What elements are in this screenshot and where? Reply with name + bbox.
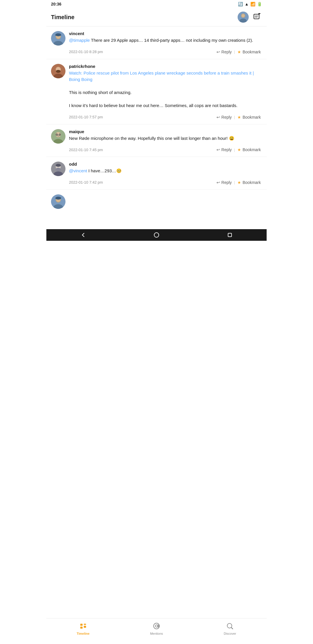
timestamp-patrickrhone: 2022-01-10 7:57 pm (69, 115, 103, 119)
username-patrickrhone[interactable]: patrickrhone (69, 64, 262, 69)
user-avatar[interactable] (238, 12, 249, 23)
page-title: Timeline (51, 14, 74, 21)
post-odd: odd @vincent I have…293…🥺 2022-01-10 7:4… (46, 157, 267, 190)
post-actions-maique: ↩ Reply | ★ Bookmark (215, 147, 262, 153)
username-vincent[interactable]: vincent (69, 31, 262, 36)
post-patrickrhone: patrickrhone Watch: Police rescue pilot … (46, 59, 267, 124)
svg-point-3 (242, 14, 245, 17)
post-maique: maique New Røde microphone on the way. H… (46, 124, 267, 157)
status-bar: 20:36 🔄 ▲ 📶 🔋 (46, 0, 267, 8)
sync-icon: 🔄 (238, 2, 243, 6)
post-text-vincent: @timapple There are 29 Apple apps… 14 th… (69, 37, 262, 44)
avatar-partial (51, 194, 65, 209)
avatar-patrickrhone[interactable] (51, 64, 65, 78)
post-body-vincent: vincent @timapple There are 29 Apple app… (69, 31, 262, 59)
bookmark-star-vincent: ★ (237, 50, 241, 54)
bookmark-button-odd[interactable]: ★ Bookmark (236, 180, 262, 185)
signal-icon: 📶 (250, 2, 255, 6)
bookmark-button-maique[interactable]: ★ Bookmark (236, 147, 262, 153)
svg-rect-4 (254, 14, 259, 19)
svg-rect-14 (55, 35, 61, 36)
post-link-patrickrhone[interactable]: Watch: Police rescue pilot from Los Ange… (69, 70, 254, 82)
post-meta-maique: 2022-01-10 7:45 pm ↩ Reply | ★ Bookmark (69, 144, 262, 157)
bookmark-star-patrickrhone: ★ (237, 115, 241, 120)
post-actions-odd: ↩ Reply | ★ Bookmark (215, 180, 262, 185)
back-button[interactable] (80, 231, 87, 238)
post-actions-patrickrhone: ↩ Reply | ★ Bookmark (215, 114, 262, 120)
post-vincent: vincent @timapple There are 29 Apple app… (46, 26, 267, 59)
mention-timapple[interactable]: @timapple (69, 38, 90, 43)
status-time: 20:36 (51, 2, 61, 6)
bookmark-button-patrickrhone[interactable]: ★ Bookmark (236, 114, 262, 120)
timestamp-vincent: 2022-01-10 8:28 pm (69, 50, 103, 54)
status-icons: 🔄 ▲ 📶 🔋 (238, 2, 262, 6)
home-button[interactable] (153, 231, 160, 238)
header-actions (238, 12, 262, 23)
timestamp-maique: 2022-01-10 7:45 pm (69, 148, 103, 152)
svg-point-33 (56, 164, 61, 167)
header: Timeline (46, 8, 267, 26)
avatar-vincent[interactable] (51, 31, 65, 46)
post-text-odd: @vincent I have…293…🥺 (69, 168, 262, 174)
post-meta-vincent: 2022-01-10 8:28 pm ↩ Reply | ★ Bookmark (69, 46, 262, 59)
bookmark-star-maique: ★ (237, 147, 241, 152)
post-body-patrickrhone: patrickrhone Watch: Police rescue pilot … (69, 64, 262, 124)
reply-button-patrickrhone[interactable]: ↩ Reply (215, 114, 233, 120)
post-actions-vincent: ↩ Reply | ★ Bookmark (215, 49, 262, 55)
recent-button[interactable] (226, 231, 233, 238)
post-meta-odd: 2022-01-10 7:42 pm ↩ Reply | ★ Bookmark (69, 177, 262, 189)
avatar-odd[interactable] (51, 162, 65, 176)
avatar-maique[interactable] (51, 129, 65, 144)
mention-vincent[interactable]: @vincent (69, 168, 87, 173)
post-meta-patrickrhone: 2022-01-10 7:57 pm ↩ Reply | ★ Bookmark (69, 111, 262, 124)
username-odd[interactable]: odd (69, 162, 262, 167)
reply-button-odd[interactable]: ↩ Reply (215, 180, 233, 185)
reply-button-vincent[interactable]: ↩ Reply (215, 49, 233, 55)
svg-point-19 (56, 70, 61, 73)
username-maique[interactable]: maique (69, 129, 262, 134)
separator-patrickrhone: | (234, 115, 235, 119)
post-body-odd: odd @vincent I have…293…🥺 2022-01-10 7:4… (69, 162, 262, 189)
separator-maique: | (234, 148, 235, 152)
post-body-maique: maique New Røde microphone on the way. H… (69, 129, 262, 157)
post-partial (46, 190, 267, 209)
reply-icon-maique: ↩ (216, 147, 220, 152)
system-nav (46, 229, 267, 241)
svg-point-48 (154, 233, 159, 237)
bookmark-star-odd: ★ (237, 180, 241, 185)
reply-icon-patrickrhone: ↩ (216, 115, 220, 120)
reply-icon-odd: ↩ (216, 180, 220, 185)
svg-rect-49 (228, 233, 232, 237)
post-text-patrickrhone: Watch: Police rescue pilot from Los Ange… (69, 70, 262, 109)
timeline-content: vincent @timapple There are 29 Apple app… (46, 26, 267, 229)
wifi-icon: ▲ (245, 2, 249, 6)
reply-icon-vincent: ↩ (216, 50, 220, 54)
bookmark-button-vincent[interactable]: ★ Bookmark (236, 49, 262, 55)
post-text-maique: New Røde microphone on the way. Hopefull… (69, 135, 262, 142)
compose-button[interactable] (252, 12, 262, 23)
post-text-content-vincent: There are 29 Apple apps… 14 third-party … (91, 38, 253, 43)
battery-icon: 🔋 (257, 2, 262, 6)
separator-odd: | (234, 180, 235, 184)
svg-point-32 (56, 168, 61, 171)
svg-point-38 (55, 197, 61, 200)
reply-button-maique[interactable]: ↩ Reply (215, 147, 233, 153)
timestamp-odd: 2022-01-10 7:42 pm (69, 180, 103, 184)
separator-vincent: | (234, 50, 235, 54)
